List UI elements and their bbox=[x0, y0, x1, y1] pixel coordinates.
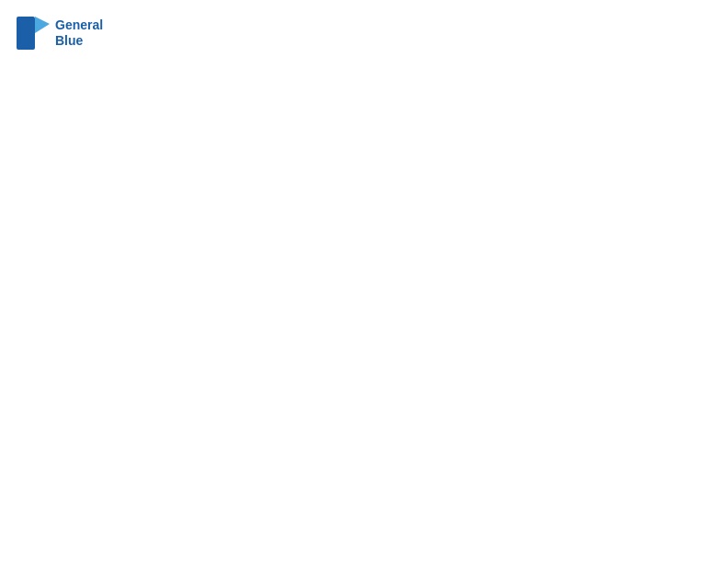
logo-svg bbox=[15, 15, 51, 52]
svg-rect-0 bbox=[17, 17, 35, 50]
page-header: General Blue bbox=[15, 15, 713, 52]
svg-marker-1 bbox=[35, 17, 50, 33]
logo-line1: General bbox=[55, 17, 103, 33]
logo: General Blue bbox=[15, 15, 103, 52]
logo-line2: Blue bbox=[55, 33, 103, 49]
